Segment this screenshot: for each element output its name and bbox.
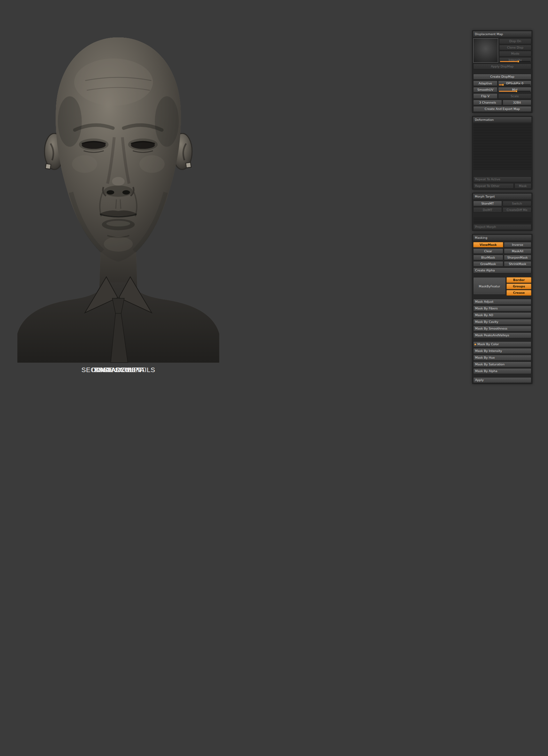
slider-track[interactable] (499, 91, 530, 92)
slider-handle[interactable] (498, 218, 500, 218)
section-header-deformation[interactable]: Deformation (473, 117, 531, 123)
button-mask-peaksandvalleys[interactable]: Mask PeaksAndValleys (473, 332, 531, 338)
slider-handle[interactable] (498, 222, 500, 223)
slider-handle[interactable] (492, 169, 494, 169)
button-maskall[interactable]: MaskAll (504, 248, 531, 254)
button-mask-adjust[interactable]: Mask Adjust (473, 299, 531, 305)
button-mask-by-smoothness[interactable]: Mask By Smoothness (473, 326, 531, 331)
slider-inflate[interactable]: Inflatex y z (473, 162, 531, 163)
slider-rotate[interactable]: Rotatex y z (473, 140, 531, 141)
slider-perspective[interactable]: Perspectivex z (473, 169, 531, 169)
slider-polish-crisp-edges[interactable]: Polish Crisp Edges (473, 132, 531, 133)
slider-handle[interactable] (492, 159, 494, 160)
button-clear[interactable]: Clear (473, 248, 503, 254)
slider-handle[interactable] (476, 129, 478, 129)
slider-handle[interactable] (492, 156, 494, 157)
button-mask-by-ao[interactable]: Mask By AO (473, 312, 531, 318)
section-header-morph-target[interactable]: Morph Target (473, 194, 531, 200)
section-header-displacement-map[interactable]: Displacement Map (473, 31, 531, 37)
slider-skew[interactable]: Skewx y z (473, 146, 531, 147)
slider-handle[interactable] (476, 132, 478, 133)
slider-taper[interactable]: Taperx z (473, 156, 531, 157)
button-sharpenmask[interactable]: SharpenMask (504, 255, 531, 260)
button-resym[interactable]: ReSymx y z (473, 137, 531, 137)
slider-handle[interactable] (492, 164, 494, 165)
slider-offset[interactable]: Offsetx y z (473, 138, 531, 139)
slider-handle[interactable] (492, 142, 494, 142)
slider-handle[interactable] (498, 219, 500, 220)
slider-rflatten[interactable]: RFlattenx y z (473, 150, 531, 150)
slider-sbend[interactable]: SBendx y z (473, 145, 531, 145)
slider-handle[interactable] (476, 130, 478, 131)
button-create-dispmap[interactable]: Create DispMap (473, 74, 531, 80)
button-border[interactable]: Border (506, 277, 531, 283)
slider-polish-by-features[interactable]: Polish By Features (473, 129, 531, 129)
button-mid[interactable]: Mid (498, 87, 531, 92)
slider-sflatten[interactable]: SFlattenx y z (473, 153, 531, 153)
slider-noise[interactable]: Noisex y z (473, 159, 531, 160)
slider-handle[interactable] (517, 60, 519, 63)
slider-handle[interactable] (492, 166, 494, 166)
button-mask-by-alpha[interactable]: Mask By Alpha (473, 368, 531, 374)
slider-squeeze[interactable]: Squeezex z (473, 158, 531, 158)
button-apply[interactable]: Apply (473, 377, 531, 383)
slider-inflate-balloon[interactable]: Inflate Balloonx y z (473, 164, 531, 165)
button-mask-by-intensity[interactable]: Mask By Intensity (473, 348, 531, 354)
slider-handle[interactable] (476, 127, 478, 128)
slider-handle[interactable] (492, 167, 494, 168)
slider-flatten[interactable]: Flattenx y z (473, 151, 531, 152)
slider-track[interactable] (500, 61, 530, 62)
button-mirror[interactable]: Mirrorx y z (473, 126, 531, 126)
slider-handle[interactable] (492, 161, 494, 161)
slider-size[interactable]: Sizex y z (473, 142, 531, 142)
slider-handle[interactable] (492, 153, 494, 153)
button-mask-by-hue[interactable]: Mask By Hue (473, 355, 531, 361)
button-storemt[interactable]: StoreMT (473, 201, 502, 206)
button-viewmask[interactable]: ViewMask (473, 242, 503, 247)
slider-polish[interactable]: Polish (473, 127, 531, 128)
button-create-and-export-map[interactable]: Create And Export Map (473, 106, 531, 112)
button-3-channels[interactable]: 3 Channels (473, 100, 502, 105)
slider-handle[interactable] (502, 84, 504, 86)
button-dpsubpix-0[interactable]: DPSubPix 0 (498, 81, 531, 86)
button-shrinkmask[interactable]: ShrinkMask (504, 261, 531, 267)
slider-handle[interactable] (492, 146, 494, 147)
button-growmask[interactable]: GrowMask (473, 261, 503, 267)
slider-handle[interactable] (492, 162, 494, 163)
button-crease[interactable]: Crease (506, 290, 531, 296)
slider-handle[interactable] (476, 134, 478, 134)
button-mask-by-color[interactable]: Mask By Color (473, 341, 531, 347)
slider-handle[interactable] (498, 221, 500, 222)
button-blurmask[interactable]: BlurMask (473, 255, 503, 260)
slider-handle[interactable] (492, 151, 494, 152)
slider-sskew[interactable]: SSkewx y z (473, 148, 531, 149)
button-unify[interactable]: Unifyx y z (473, 124, 531, 125)
button-adaptive[interactable]: Adaptive (473, 81, 497, 86)
slider-handle[interactable] (492, 143, 494, 144)
slider-handle[interactable] (492, 158, 494, 158)
button-mask-by-saturation[interactable]: Mask By Saturation (473, 362, 531, 367)
slider-spherize[interactable]: Spherizex y z (473, 166, 531, 166)
button-smart-resym[interactable]: Smart ReSymx y z (473, 135, 531, 136)
slider-handle[interactable] (492, 145, 494, 145)
button-groups[interactable]: Groups (506, 284, 531, 289)
slider-handle[interactable] (492, 138, 494, 139)
slider-polish-by-groups[interactable]: Polish By Groups (473, 130, 531, 131)
button-32bit[interactable]: 32Bit (503, 100, 531, 105)
slider-track[interactable] (499, 84, 530, 85)
button-create-alpha[interactable]: Create Alpha (473, 268, 531, 273)
slider-handle[interactable] (492, 148, 494, 149)
slider-relax[interactable]: Relax (473, 134, 531, 134)
slider-bend[interactable]: Bendx y z (473, 143, 531, 144)
button-maskbyfeatur[interactable]: MaskByFeatur (473, 277, 506, 295)
slider-gravity[interactable]: Gravityy (473, 167, 531, 168)
slider-smooth[interactable]: Smoothx y z (473, 161, 531, 161)
section-header-masking[interactable]: Masking (473, 235, 531, 241)
slider-handle[interactable] (492, 150, 494, 150)
button-mask-by-fibers[interactable]: Mask By Fibers (473, 306, 531, 311)
button-inverse[interactable]: Inverse (504, 242, 531, 247)
displacement-map-thumbnail[interactable] (473, 38, 498, 63)
button-smoothuv[interactable]: SmoothUV (473, 87, 497, 92)
button-flip-v[interactable]: Flip V (473, 93, 497, 99)
button-mask-by-cavity[interactable]: Mask By Cavity (473, 319, 531, 325)
